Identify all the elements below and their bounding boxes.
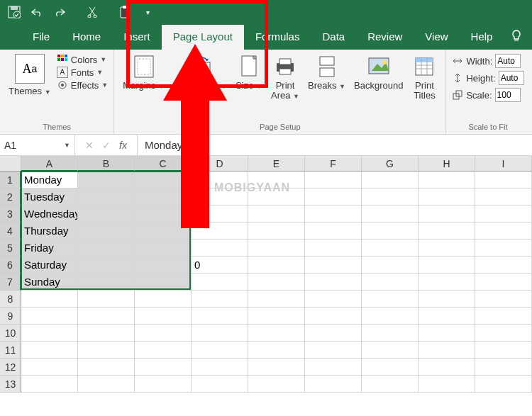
cell[interactable] [419,189,475,206]
cell[interactable] [475,274,532,291]
cell[interactable] [362,291,419,308]
cell[interactable] [362,359,419,376]
cell[interactable] [305,291,362,308]
cell[interactable] [192,325,248,342]
cell[interactable] [248,240,305,257]
cell[interactable] [305,274,362,291]
cell[interactable] [248,308,305,325]
cell[interactable] [305,359,362,376]
cell[interactable] [475,240,532,257]
cell[interactable] [475,172,532,189]
cell[interactable] [419,291,475,308]
cell[interactable] [248,325,305,342]
cell[interactable] [305,189,362,206]
cell[interactable] [78,376,135,393]
row-header[interactable]: 8 [0,291,21,308]
row-header[interactable]: 12 [0,359,21,376]
fonts-button[interactable]: A Fonts ▼ [57,67,108,78]
cell[interactable] [248,274,305,291]
cell[interactable] [419,359,475,376]
cell[interactable] [419,172,475,189]
cell[interactable] [135,223,192,240]
tab-formulas[interactable]: Formulas [244,25,311,50]
cancel-icon[interactable]: ✕ [85,140,94,151]
column-header[interactable]: F [305,156,362,172]
scale-input[interactable] [495,88,521,102]
cell[interactable] [135,342,192,359]
cell[interactable] [419,376,475,393]
cell[interactable] [419,257,475,274]
paste-icon[interactable] [115,3,135,21]
width-input[interactable] [495,54,521,68]
column-header[interactable]: H [419,156,475,172]
cell[interactable] [362,342,419,359]
cell[interactable] [475,308,532,325]
cell[interactable] [419,342,475,359]
column-header[interactable]: I [475,156,532,172]
tab-data[interactable]: Data [311,25,356,50]
row-header[interactable]: 5 [0,240,21,257]
tab-file[interactable]: File [21,25,61,50]
row-header[interactable]: 13 [0,376,21,393]
cell[interactable] [78,325,135,342]
cell[interactable] [78,240,135,257]
row-header[interactable]: 9 [0,308,21,325]
cell[interactable] [78,359,135,376]
cell[interactable] [419,223,475,240]
cell[interactable] [78,291,135,308]
cell[interactable] [475,291,532,308]
cell[interactable] [305,240,362,257]
tab-home[interactable]: Home [61,25,112,50]
height-input[interactable] [499,71,524,85]
cell[interactable] [419,240,475,257]
breaks-button[interactable]: Breaks ▼ [305,52,348,92]
cell[interactable] [192,359,248,376]
cell[interactable] [192,308,248,325]
cell[interactable] [21,359,78,376]
row-header[interactable]: 7 [0,274,21,291]
name-box[interactable]: A1 ▼ [0,135,75,155]
cell[interactable]: Wednesday [21,206,78,223]
column-header[interactable]: E [248,156,305,172]
cell[interactable] [475,376,532,393]
row-header[interactable]: 4 [0,223,21,240]
cell[interactable]: Tuesday [21,189,78,206]
cell[interactable]: Friday [21,240,78,257]
cell[interactable] [135,274,192,291]
scale-scale-row[interactable]: Scale: [452,88,520,102]
effects-button[interactable]: Effects ▼ [57,79,108,91]
cell[interactable] [475,223,532,240]
orientation-button[interactable]: Orientation ▼ [170,52,230,92]
cell[interactable] [305,325,362,342]
cell[interactable] [192,240,248,257]
formula-content[interactable]: Monday [138,139,189,151]
cell[interactable] [248,359,305,376]
cell[interactable] [362,223,419,240]
themes-button[interactable]: Aa Themes ▼ [6,52,54,98]
print-area-button[interactable]: Print Area ▼ [268,52,302,103]
cell[interactable] [135,206,192,223]
scale-height-row[interactable]: Height: [452,71,523,85]
cell[interactable] [419,274,475,291]
cell[interactable] [135,189,192,206]
cell[interactable]: 0 [192,257,248,274]
cell[interactable] [192,291,248,308]
cell[interactable] [78,342,135,359]
cell[interactable] [78,274,135,291]
customize-qat-icon[interactable]: ▾ [138,3,157,21]
cell[interactable] [419,308,475,325]
cell[interactable] [475,257,532,274]
cell[interactable] [248,291,305,308]
cell[interactable] [362,257,419,274]
tab-page-layout[interactable]: Page Layout [162,25,244,50]
redo-icon[interactable] [50,3,70,21]
cell[interactable] [78,189,135,206]
cell[interactable] [362,240,419,257]
tell-me-icon[interactable] [504,24,529,50]
row-header[interactable]: 3 [0,206,21,223]
cut-icon[interactable] [82,3,102,21]
cell[interactable] [78,257,135,274]
cell[interactable] [192,223,248,240]
cell[interactable] [78,308,135,325]
cell[interactable] [362,274,419,291]
